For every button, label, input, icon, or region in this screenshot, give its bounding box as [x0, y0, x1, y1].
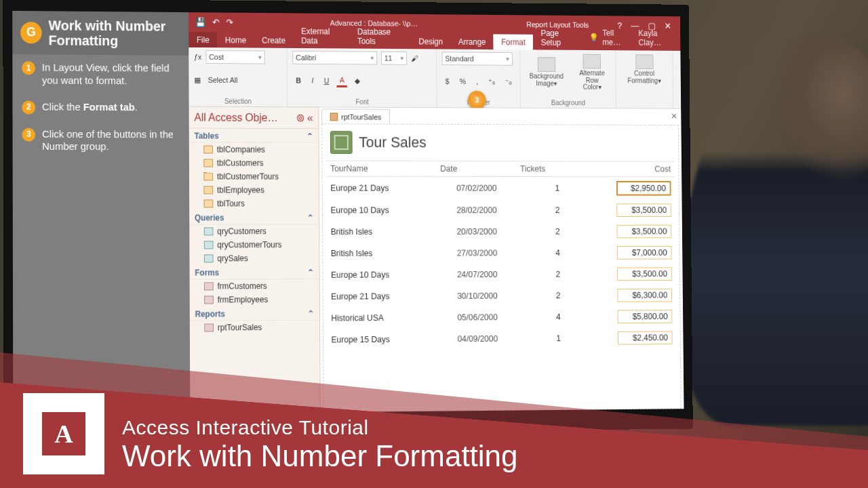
- tell-me-search[interactable]: 💡 Tell me… Kayla Clay…: [583, 25, 680, 51]
- cell-cost[interactable]: $6,300.00: [572, 285, 675, 306]
- cell-tickets[interactable]: 2: [517, 199, 572, 221]
- cell-tourname[interactable]: British Isles: [327, 243, 437, 264]
- control-formatting-button[interactable]: Control Formatting▾: [621, 53, 668, 85]
- decrease-decimals-button[interactable]: ⁻₀: [502, 75, 515, 88]
- tab-page-setup[interactable]: Page Setup: [533, 25, 583, 50]
- cell-cost[interactable]: $5,800.00: [572, 306, 677, 327]
- cell-date[interactable]: 07/02/2000: [437, 176, 517, 199]
- nav-item[interactable]: qryCustomerTours: [189, 238, 319, 251]
- tab-format[interactable]: Format: [494, 34, 534, 49]
- tab-arrange[interactable]: Arrange: [450, 34, 493, 49]
- col-tickets[interactable]: Tickets: [516, 161, 571, 177]
- increase-decimals-button[interactable]: ⁺₀: [485, 75, 498, 88]
- group-label-empty: [621, 105, 667, 106]
- cell-tourname[interactable]: Europe 21 Days: [326, 176, 436, 199]
- cell-tickets[interactable]: 4: [517, 242, 572, 264]
- table-row[interactable]: Europe 21 Days 07/02/2000 1 $2,950.00: [326, 176, 675, 199]
- number-format-combo[interactable]: Standard▾: [442, 52, 513, 65]
- report-canvas[interactable]: Tour Sales TourName Date Tickets Cost Eu…: [321, 123, 681, 412]
- nav-item[interactable]: qryCustomers: [189, 224, 319, 238]
- nav-group-tables[interactable]: Tables⌃: [189, 129, 319, 143]
- tab-database-tools[interactable]: Database Tools: [349, 24, 411, 49]
- cell-tickets[interactable]: 1: [517, 177, 572, 200]
- cell-tourname[interactable]: Europe 10 Days: [327, 264, 437, 285]
- tab-create[interactable]: Create: [254, 33, 294, 48]
- italic-button[interactable]: I: [309, 75, 317, 87]
- cell-cost[interactable]: $3,500.00: [572, 263, 675, 285]
- nav-group-forms[interactable]: Forms⌃: [190, 265, 319, 280]
- cell-tourname[interactable]: Europe 10 Days: [327, 199, 437, 221]
- table-row[interactable]: Europe 15 Days 04/09/2000 1 $2,450.00: [328, 327, 677, 351]
- nav-item[interactable]: tblCustomerTours: [189, 169, 319, 183]
- cell-date[interactable]: 20/03/2000: [437, 221, 517, 243]
- nav-item[interactable]: frmEmployees: [190, 293, 319, 307]
- cell-date[interactable]: 04/09/2000: [437, 328, 517, 350]
- fill-color-button[interactable]: ◆: [351, 75, 363, 87]
- cell-cost[interactable]: $2,950.00: [571, 177, 675, 200]
- cell-tourname[interactable]: Europe 21 Days: [327, 285, 437, 307]
- table-row[interactable]: Historical USA 05/06/2000 4 $5,800.00: [327, 306, 676, 329]
- document-tab[interactable]: rptTourSales: [321, 108, 390, 123]
- nav-item[interactable]: frmCustomers: [190, 279, 319, 293]
- tab-file[interactable]: File: [189, 32, 217, 47]
- navigation-pane[interactable]: All Access Obje… ⊚ « Tables⌃ tblCompanie…: [189, 107, 321, 414]
- tab-design[interactable]: Design: [411, 33, 451, 49]
- table-row[interactable]: British Isles 27/03/2000 4 $7,000.00: [327, 242, 675, 264]
- nav-item[interactable]: rptTourSales: [190, 321, 319, 335]
- control-formatting-icon: [635, 54, 653, 69]
- underline-button[interactable]: U: [321, 75, 332, 87]
- cell-date[interactable]: 24/07/2000: [437, 264, 517, 285]
- font-color-button[interactable]: A: [336, 74, 348, 87]
- select-all-button[interactable]: Select All: [205, 74, 241, 86]
- format-painter-icon[interactable]: 🖌: [411, 54, 418, 62]
- table-row[interactable]: Europe 10 Days 28/02/2000 2 $3,500.00: [327, 199, 675, 221]
- save-icon[interactable]: 💾: [195, 17, 206, 27]
- table-row[interactable]: Europe 21 Days 30/10/2000 2 $6,300.00: [327, 285, 675, 308]
- nav-group-queries[interactable]: Queries⌃: [189, 210, 319, 224]
- bold-button[interactable]: B: [292, 75, 304, 87]
- cell-tickets[interactable]: 2: [517, 264, 572, 285]
- font-size-combo[interactable]: 11▾: [381, 52, 407, 65]
- nav-item[interactable]: qrySales: [189, 251, 319, 265]
- cell-date[interactable]: 27/03/2000: [437, 243, 517, 264]
- cell-tourname[interactable]: British Isles: [327, 221, 437, 243]
- cell-date[interactable]: 30/10/2000: [437, 285, 517, 307]
- nav-header[interactable]: All Access Obje… ⊚ «: [189, 107, 319, 129]
- cell-date[interactable]: 28/02/2000: [437, 199, 517, 221]
- col-cost[interactable]: Cost: [571, 161, 675, 177]
- undo-icon[interactable]: ↶: [212, 17, 220, 27]
- cell-tickets[interactable]: 2: [517, 285, 572, 306]
- cell-tourname[interactable]: Europe 15 Days: [328, 329, 438, 351]
- redo-icon[interactable]: ↷: [226, 17, 233, 27]
- nav-item[interactable]: tblEmployees: [189, 183, 319, 197]
- tab-home[interactable]: Home: [217, 32, 254, 47]
- cell-cost[interactable]: $7,000.00: [572, 242, 675, 264]
- nav-item-label: rptTourSales: [218, 323, 262, 332]
- currency-button[interactable]: $: [442, 75, 452, 87]
- collapse-icon[interactable]: ⊚ «: [296, 111, 313, 124]
- nav-item[interactable]: tblTours: [189, 197, 319, 210]
- cell-cost[interactable]: $3,500.00: [571, 221, 675, 243]
- alternate-row-color-button[interactable]: Alternate Row Color▾: [574, 53, 611, 93]
- cell-tickets[interactable]: 2: [517, 221, 572, 243]
- cell-tickets[interactable]: 4: [517, 306, 572, 328]
- table-row[interactable]: Europe 10 Days 24/07/2000 2 $3,500.00: [327, 263, 675, 285]
- tab-external-data[interactable]: External Data: [293, 23, 349, 48]
- nav-item[interactable]: tblCustomers: [189, 157, 319, 170]
- cell-cost[interactable]: $2,450.00: [572, 327, 677, 349]
- col-tourname[interactable]: TourName: [326, 161, 436, 176]
- cell-cost[interactable]: $3,500.00: [571, 199, 675, 220]
- table-row[interactable]: British Isles 20/03/2000 2 $3,500.00: [327, 221, 675, 243]
- cell-tickets[interactable]: 1: [517, 327, 572, 349]
- col-date[interactable]: Date: [436, 161, 516, 177]
- background-image-button[interactable]: Background Image▾: [526, 56, 568, 88]
- comma-button[interactable]: ,: [473, 75, 481, 87]
- font-family-combo[interactable]: Calibri▾: [292, 51, 377, 65]
- selected-field-combo[interactable]: Cost▾: [205, 50, 264, 64]
- nav-item[interactable]: tblCompanies: [189, 143, 319, 157]
- cell-date[interactable]: 05/06/2000: [437, 306, 517, 328]
- percent-button[interactable]: %: [456, 75, 469, 87]
- document-close-icon[interactable]: ✕: [671, 112, 677, 121]
- cell-tourname[interactable]: Historical USA: [327, 307, 437, 329]
- nav-group-reports[interactable]: Reports⌃: [190, 306, 319, 321]
